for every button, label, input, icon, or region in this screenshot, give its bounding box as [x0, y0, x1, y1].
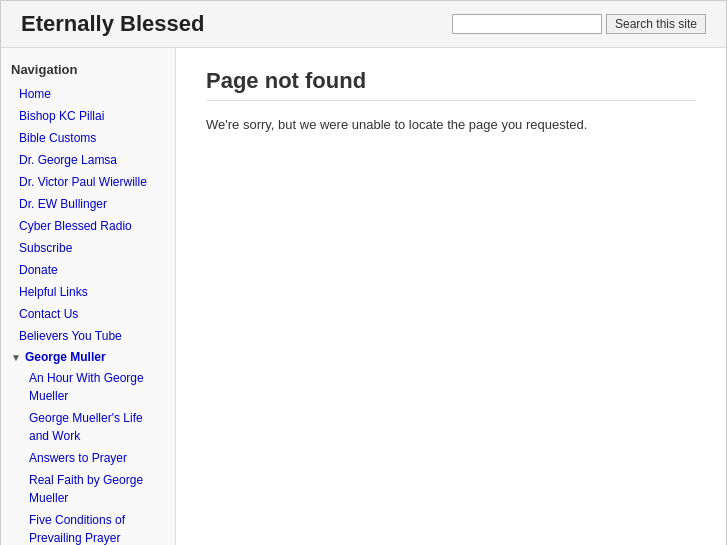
sidebar-item-bishop[interactable]: Bishop KC Pillai [1, 105, 175, 127]
sidebar-sub-item-life-and-work[interactable]: George Mueller's Life and Work [1, 407, 175, 447]
sidebar-item-ew-bullinger[interactable]: Dr. EW Bullinger [1, 193, 175, 215]
sidebar: Navigation Home Bishop KC Pillai Bible C… [1, 48, 176, 545]
outer-wrapper: Eternally Blessed Search this site Navig… [0, 0, 727, 545]
sidebar-item-cyber-blessed[interactable]: Cyber Blessed Radio [1, 215, 175, 237]
nav-label: Navigation [1, 58, 175, 83]
page-title: Page not found [206, 68, 696, 101]
sidebar-item-victor-paul[interactable]: Dr. Victor Paul Wierwille [1, 171, 175, 193]
site-title: Eternally Blessed [21, 11, 204, 37]
content-area: Navigation Home Bishop KC Pillai Bible C… [1, 48, 726, 545]
sidebar-item-believers-youtube[interactable]: Believers You Tube [1, 325, 175, 347]
george-muller-label: George Muller [25, 350, 106, 364]
sidebar-sub-item-five-conditions[interactable]: Five Conditions of Prevailing Prayer [1, 509, 175, 545]
sidebar-sub-item-answers-to-prayer[interactable]: Answers to Prayer [1, 447, 175, 469]
sidebar-item-home[interactable]: Home [1, 83, 175, 105]
search-area: Search this site [452, 14, 706, 34]
search-input[interactable] [452, 14, 602, 34]
sidebar-item-bible-customs[interactable]: Bible Customs [1, 127, 175, 149]
sidebar-sub-item-real-faith[interactable]: Real Faith by George Mueller [1, 469, 175, 509]
sidebar-sub-item-an-hour[interactable]: An Hour With George Mueller [1, 367, 175, 407]
main-content: Page not found We're sorry, but we were … [176, 48, 726, 545]
error-message: We're sorry, but we were unable to locat… [206, 117, 696, 132]
sidebar-item-contact-us[interactable]: Contact Us [1, 303, 175, 325]
sidebar-item-donate[interactable]: Donate [1, 259, 175, 281]
sidebar-section-george-muller[interactable]: ▼ George Muller [1, 347, 175, 367]
sidebar-item-george-lamsa[interactable]: Dr. George Lamsa [1, 149, 175, 171]
sidebar-item-helpful-links[interactable]: Helpful Links [1, 281, 175, 303]
expand-arrow-icon: ▼ [11, 352, 21, 363]
search-button[interactable]: Search this site [606, 14, 706, 34]
sidebar-item-subscribe[interactable]: Subscribe [1, 237, 175, 259]
header: Eternally Blessed Search this site [1, 1, 726, 48]
